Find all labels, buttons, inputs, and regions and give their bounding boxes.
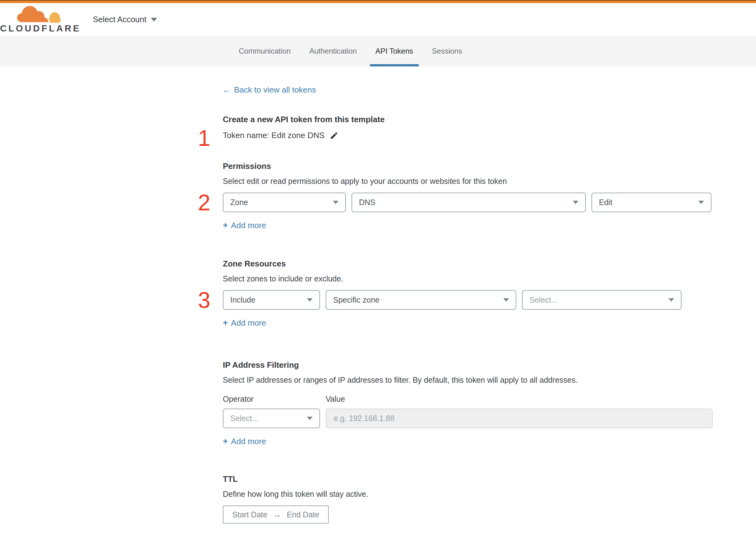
token-name-text: Token name: Edit zone DNS xyxy=(223,131,325,140)
permission-access-value: Edit xyxy=(599,198,612,207)
permission-scope-value: Zone xyxy=(230,198,248,207)
permission-type-select[interactable]: DNS xyxy=(351,192,586,212)
zone-resources-section: Zone Resources Select zones to include o… xyxy=(223,259,713,328)
zone-resources-description: Select zones to include or exclude. xyxy=(223,274,713,283)
chevron-down-icon xyxy=(151,18,157,21)
chevron-down-icon xyxy=(668,298,674,302)
tab-api-tokens[interactable]: API Tokens xyxy=(370,36,419,66)
ttl-heading: TTL xyxy=(223,474,713,484)
plus-icon: + xyxy=(223,436,228,446)
ip-filtering-add-more-link[interactable]: + Add more xyxy=(223,436,266,446)
permission-access-select[interactable]: Edit xyxy=(592,192,711,212)
end-date-placeholder: End Date xyxy=(287,510,319,519)
back-arrow-icon: ← xyxy=(223,85,231,95)
tab-communication[interactable]: Communication xyxy=(233,36,296,66)
value-label: Value xyxy=(326,395,345,404)
annotation-2: 2 xyxy=(198,191,210,214)
add-more-label: Add more xyxy=(231,221,266,230)
plus-icon: + xyxy=(223,220,228,230)
chevron-down-icon xyxy=(698,201,704,204)
permissions-heading: Permissions xyxy=(223,161,713,171)
ip-value-input[interactable] xyxy=(326,409,713,428)
page-title: Create a new API token from this templat… xyxy=(223,115,713,124)
tab-sessions[interactable]: Sessions xyxy=(426,36,468,66)
cloudflare-logo[interactable]: CLOUDFLARE xyxy=(9,5,72,34)
right-arrow-icon: → xyxy=(273,510,281,520)
edit-pencil-icon[interactable] xyxy=(330,131,338,140)
start-date-placeholder: Start Date xyxy=(232,510,268,519)
chevron-down-icon xyxy=(573,201,578,204)
operator-label: Operator xyxy=(223,395,326,404)
ip-operator-select[interactable]: Select... xyxy=(223,409,320,428)
permission-type-value: DNS xyxy=(359,198,375,207)
permissions-row: 2 Zone DNS Edit xyxy=(223,192,713,212)
add-more-label: Add more xyxy=(231,318,266,328)
app-header: CLOUDFLARE Select Account xyxy=(0,3,756,36)
token-name-line: 1 Token name: Edit zone DNS xyxy=(223,131,713,140)
intro-block: Create a new API token from this templat… xyxy=(223,115,713,140)
tab-authentication[interactable]: Authentication xyxy=(304,36,362,66)
back-link-label: Back to view all tokens xyxy=(234,85,316,95)
chevron-down-icon xyxy=(333,201,338,204)
zone-type-select[interactable]: Specific zone xyxy=(326,290,516,310)
top-accent-bar xyxy=(0,0,756,3)
zone-picker-placeholder: Select... xyxy=(530,296,558,305)
ip-filtering-row: Select... xyxy=(223,409,713,428)
zone-resources-row: 3 Include Specific zone Select... xyxy=(223,290,713,310)
ip-filtering-heading: IP Address Filtering xyxy=(223,360,713,370)
annotation-1: 1 xyxy=(198,127,210,149)
chevron-down-icon xyxy=(503,298,509,302)
active-tab-underline xyxy=(370,64,419,66)
account-selector[interactable]: Select Account xyxy=(93,15,157,24)
permission-scope-select[interactable]: Zone xyxy=(223,192,346,212)
ip-filtering-labels: Operator Value xyxy=(223,395,713,404)
annotation-3: 3 xyxy=(198,289,210,311)
zone-include-select[interactable]: Include xyxy=(223,290,320,310)
zone-include-value: Include xyxy=(230,296,255,305)
zone-picker-select[interactable]: Select... xyxy=(522,290,682,310)
ttl-description: Define how long this token will stay act… xyxy=(223,490,713,499)
chevron-down-icon xyxy=(307,298,312,302)
cloudflare-cloud-icon xyxy=(14,5,67,25)
ip-operator-placeholder: Select... xyxy=(230,414,258,423)
permissions-add-more-link[interactable]: + Add more xyxy=(223,220,266,230)
zone-resources-heading: Zone Resources xyxy=(223,259,713,268)
permissions-description: Select edit or read permissions to apply… xyxy=(223,177,713,186)
ip-filtering-description: Select IP addresses or ranges of IP addr… xyxy=(223,376,713,385)
permissions-section: Permissions Select edit or read permissi… xyxy=(223,161,713,230)
back-to-tokens-link[interactable]: ← Back to view all tokens xyxy=(223,85,316,95)
ttl-date-range-picker[interactable]: Start Date → End Date xyxy=(223,506,329,524)
add-more-label: Add more xyxy=(231,437,266,446)
ttl-section: TTL Define how long this token will stay… xyxy=(223,474,713,524)
chevron-down-icon xyxy=(307,417,312,420)
plus-icon: + xyxy=(223,318,228,328)
zone-type-value: Specific zone xyxy=(333,296,380,305)
profile-tabbar: Communication Authentication API Tokens … xyxy=(0,36,756,66)
ip-filtering-section: IP Address Filtering Select IP addresses… xyxy=(223,360,713,446)
account-selector-label: Select Account xyxy=(93,15,146,24)
main-content: ← Back to view all tokens Create a new A… xyxy=(223,66,713,551)
zone-resources-add-more-link[interactable]: + Add more xyxy=(223,318,266,328)
cloudflare-wordmark: CLOUDFLARE xyxy=(0,23,81,34)
